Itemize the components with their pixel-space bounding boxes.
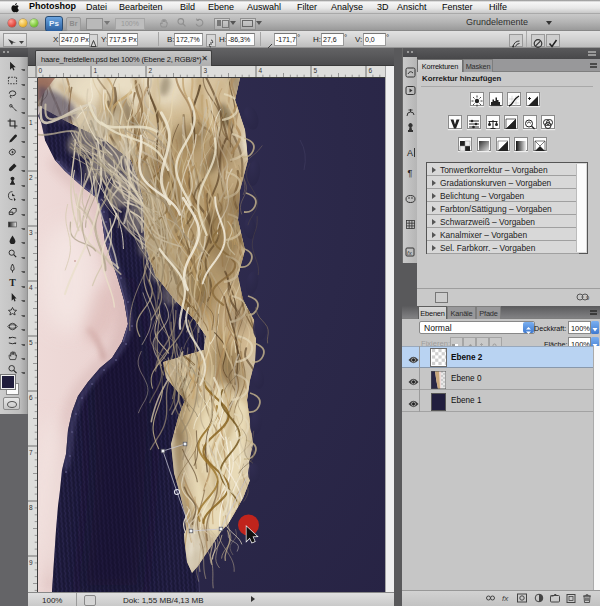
svg-text:9: 9: [586, 295, 590, 301]
svg-text:6: 6: [29, 394, 33, 401]
svg-text:2: 2: [149, 67, 153, 74]
svg-text:1: 1: [29, 119, 33, 126]
svg-text:A: A: [407, 148, 413, 158]
svg-text:5: 5: [314, 67, 318, 74]
svg-text:4: 4: [29, 284, 33, 291]
svg-text:2: 2: [29, 174, 33, 181]
svg-text:¶: ¶: [408, 168, 413, 178]
svg-text:9: 9: [29, 559, 33, 566]
svg-text:8: 8: [29, 504, 33, 511]
svg-text:T: T: [9, 277, 16, 288]
svg-text:fx: fx: [407, 250, 413, 256]
svg-text:3: 3: [204, 67, 208, 74]
svg-text:4: 4: [259, 67, 263, 74]
svg-text:3: 3: [29, 229, 33, 236]
svg-text:5: 5: [29, 339, 33, 346]
svg-text:fx: fx: [502, 594, 509, 603]
svg-text:0: 0: [39, 67, 43, 74]
svg-text:1: 1: [94, 67, 98, 74]
svg-text:6: 6: [369, 67, 373, 74]
svg-text:7: 7: [29, 449, 33, 456]
